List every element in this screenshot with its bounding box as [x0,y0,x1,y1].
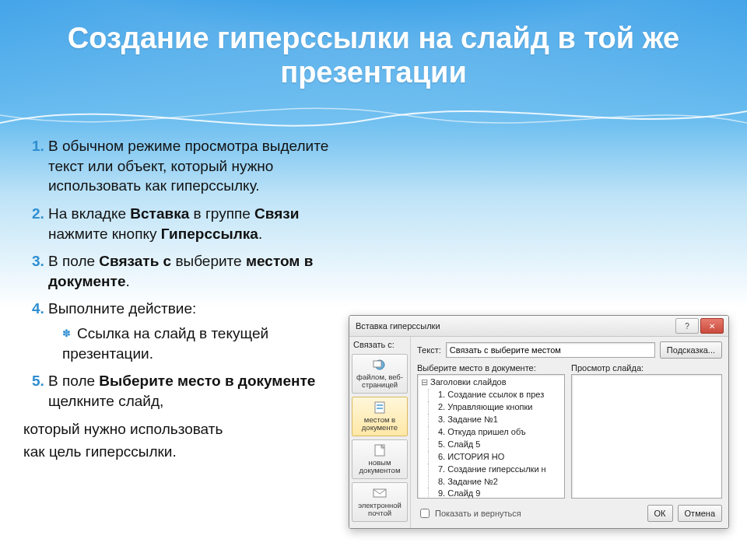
place-tree[interactable]: Заголовки слайдов 1. Создание ссылок в п… [417,374,565,499]
dialog-main: Текст: Подсказка... Выберите место в док… [411,337,728,528]
hyperlink-dialog: Вставка гиперссылки ? ✕ Связать с: файло… [349,315,729,529]
show-and-return-checkbox[interactable]: Показать и вернуться [417,506,521,520]
tree-item[interactable]: 8. Задание №2 [421,476,561,488]
show-return-input[interactable] [420,509,430,518]
svg-rect-4 [377,408,383,409]
dialog-titlebar: Вставка гиперссылки ? ✕ [349,316,728,337]
tree-item[interactable]: 3. Задание №1 [421,414,561,426]
svg-rect-3 [377,404,383,406]
tree-item[interactable]: 6. ИСТОРИЯ НО [421,451,561,464]
tree-item[interactable]: 2. Управляющие кнопки [421,401,561,414]
content-body: В обычном режиме просмотра выделите текс… [23,136,350,462]
preview-label: Просмотр слайда: [571,363,722,373]
cancel-button[interactable]: Отмена [678,505,722,522]
ok-button[interactable]: ОК [647,505,673,522]
text-label: Текст: [417,345,441,355]
document-place-icon [371,401,388,415]
link-to-email[interactable]: электронной почтой [352,482,408,522]
tree-item[interactable]: 9. Слайд 9 [421,488,561,499]
link-with-label: Связать с: [352,340,408,351]
screen-tip-button[interactable]: Подсказка... [660,341,722,359]
step-5-tail-1: который нужно использовать [23,419,350,439]
step-1: В обычном режиме просмотра выделите текс… [48,136,350,196]
tree-root[interactable]: Заголовки слайдов [421,376,561,389]
wave-decoration [0,92,747,138]
step-3: В поле Связать с выберите местом в докум… [48,251,350,291]
place-label: Выберите место в документе: [417,363,565,373]
tree-item[interactable]: 7. Создание гиперссылки н [421,464,561,476]
new-document-icon [371,443,388,457]
step-2: На вкладке Вставка в группе Связи нажмит… [48,204,350,243]
close-window-button[interactable]: ✕ [700,318,724,334]
link-to-place-in-document[interactable]: местом в документе [352,397,408,436]
link-to-new-document[interactable]: новым документом [352,439,408,479]
link-to-sidebar: Связать с: файлом, веб-страницей местом … [349,337,411,528]
step-5-tail-2: как цель гиперссылки. [23,442,350,462]
step-5: В поле Выберите место в документе щелкни… [48,371,350,411]
dialog-title: Вставка гиперссылки [356,321,674,331]
slide-preview [571,374,722,499]
display-text-input[interactable] [446,342,655,358]
tree-item[interactable]: 4. Откуда пришел объ [421,426,561,439]
globe-file-icon [371,358,388,372]
link-to-file-web[interactable]: файлом, веб-страницей [352,354,408,394]
svg-rect-1 [374,361,381,367]
slide-title: Создание гиперссылки на слайд в той же п… [0,0,747,89]
help-window-button[interactable]: ? [675,318,699,334]
step-4-sub: Ссылка на слайд в текущей презентации. [62,324,350,363]
tree-item[interactable]: 1. Создание ссылок в през [421,389,561,401]
slide: Создание гиперссылки на слайд в той же п… [0,0,747,560]
step-4: Выполните действие: Ссылка на слайд в те… [48,299,350,363]
tree-item[interactable]: 5. Слайд 5 [421,439,561,451]
envelope-icon [371,486,388,500]
